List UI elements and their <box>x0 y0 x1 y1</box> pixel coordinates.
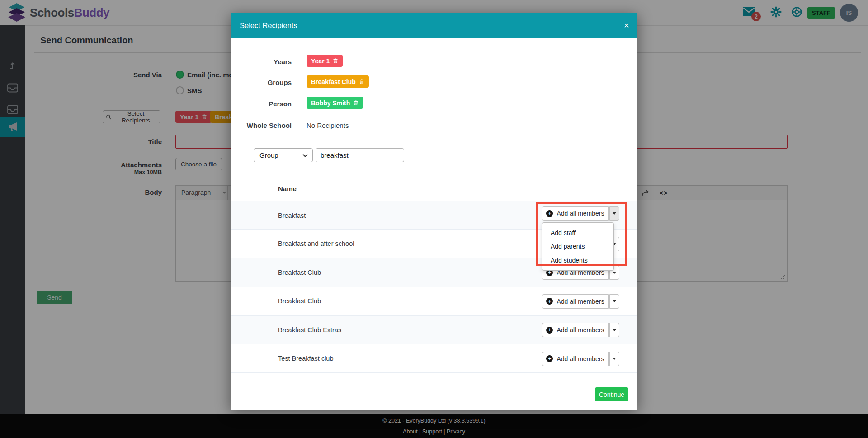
trash-icon[interactable] <box>333 58 338 64</box>
breakfast-club-tag[interactable]: Breakfast Club <box>307 75 369 88</box>
trash-icon[interactable] <box>359 79 364 85</box>
modal-title: Select Recipients <box>240 13 297 38</box>
plus-circle-icon: + <box>546 355 553 362</box>
plus-circle-icon: + <box>546 327 553 334</box>
group-row: Test Breakfast club + Add all members <box>231 344 637 373</box>
tag-label: Year 1 <box>311 57 330 65</box>
group-name: Breakfast Club <box>278 258 321 287</box>
tag-label: Bobby Smith <box>311 99 350 107</box>
close-icon[interactable]: × <box>624 13 629 38</box>
group-name: Breakfast <box>278 201 306 230</box>
add-members-dropdown-toggle[interactable] <box>609 323 619 337</box>
plus-circle-icon: + <box>546 210 553 217</box>
name-column-header: Name <box>278 185 297 193</box>
groups-label: Groups <box>231 79 292 86</box>
search-divider <box>241 170 624 170</box>
caret-down-icon <box>613 272 616 274</box>
group-name: Breakfast and after school <box>278 230 354 259</box>
caret-down-icon <box>613 358 616 360</box>
add-members-dropdown-menu: Add staff Add parents Add students <box>542 222 614 271</box>
bobby-smith-tag[interactable]: Bobby Smith <box>307 97 363 109</box>
plus-circle-icon: + <box>546 298 553 305</box>
groups-tags: Breakfast Club <box>307 75 369 88</box>
add-all-members-label: Add all members <box>557 355 604 363</box>
add-all-members-label: Add all members <box>557 326 604 334</box>
whole-school-value: No Recipients <box>307 122 349 129</box>
modal-footer-divider <box>231 379 637 379</box>
menu-item-add-staff[interactable]: Add staff <box>542 226 613 240</box>
caret-down-icon <box>613 329 616 331</box>
continue-button[interactable]: Continue <box>595 387 628 401</box>
modal-header: Select Recipients × <box>231 13 637 38</box>
whole-school-label: Whole School <box>231 122 292 129</box>
years-tags: Year 1 <box>307 55 343 67</box>
year-1-tag[interactable]: Year 1 <box>307 55 343 67</box>
add-members-dropdown-toggle[interactable] <box>609 352 619 366</box>
trash-icon[interactable] <box>353 100 359 106</box>
add-members-dropdown-toggle[interactable] <box>609 206 619 221</box>
person-tags: Bobby Smith <box>307 97 363 109</box>
search-type-selected-value: Group <box>259 151 302 159</box>
group-row: Breakfast Club Extras + Add all members <box>231 316 637 344</box>
person-label: Person <box>231 100 292 108</box>
add-members-dropdown-toggle[interactable] <box>609 294 619 309</box>
caret-down-icon <box>613 212 616 215</box>
add-all-members-button[interactable]: + Add all members <box>542 352 609 366</box>
group-row: Breakfast Club + Add all members <box>231 287 637 316</box>
menu-item-add-parents[interactable]: Add parents <box>542 240 613 253</box>
tag-label: Breakfast Club <box>311 78 356 85</box>
years-label: Years <box>231 58 292 66</box>
add-all-members-label: Add all members <box>557 210 604 217</box>
add-all-members-button[interactable]: + Add all members <box>542 323 609 337</box>
group-name: Breakfast Club Extras <box>278 316 341 344</box>
select-recipients-modal: Select Recipients × Years Year 1 Groups … <box>231 13 637 410</box>
group-name: Breakfast Club <box>278 287 321 316</box>
group-search-input[interactable] <box>316 148 404 162</box>
add-all-members-button[interactable]: + Add all members <box>542 206 609 221</box>
add-all-members-button[interactable]: + Add all members <box>542 294 609 309</box>
caret-down-icon <box>613 300 616 302</box>
menu-item-add-students[interactable]: Add students <box>542 254 613 267</box>
chevron-down-icon <box>302 154 308 157</box>
group-name: Test Breakfast club <box>278 344 334 373</box>
search-type-select[interactable]: Group <box>254 148 313 162</box>
add-all-members-label: Add all members <box>557 298 604 305</box>
